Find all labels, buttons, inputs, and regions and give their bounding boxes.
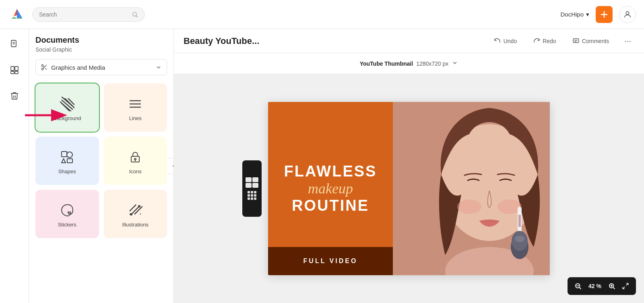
category-icon [41,64,48,71]
svg-line-42 [140,214,141,214]
svg-point-5 [626,11,629,14]
zoom-value-label: 42 % [586,283,604,289]
grid-item-lines[interactable]: Lines [104,83,167,132]
size-dimensions-label: 1280x720 px [416,60,448,67]
illustrations-label: Illustrations [122,222,149,228]
svg-line-41 [130,214,130,214]
svg-point-1 [132,12,136,16]
workspace-label: DocHipo [560,11,584,18]
svg-marker-31 [62,159,66,163]
icons-icon [128,150,142,164]
svg-rect-52 [518,215,521,227]
svg-line-63 [613,287,615,289]
grid-item-shapes[interactable]: Shapes [35,137,99,185]
canvas-full-video-text: FULL VIDEO [303,257,358,265]
search-icon [132,11,138,18]
doc-title: Beauty YouTube... [184,36,259,46]
svg-rect-9 [11,66,14,71]
svg-rect-30 [62,152,67,157]
svg-rect-43 [573,39,579,43]
grid-item-icons[interactable]: Icons [104,137,167,185]
svg-point-29 [67,152,72,158]
canvas-headline-routine: ROUTINE [292,197,369,214]
phone-grid-cell [252,177,258,182]
phone-grid-cell [252,183,258,188]
rail-documents[interactable] [4,34,25,55]
main-layout: Documents Social Graphic Graphics and Me… [0,29,644,303]
size-bar: YouTube Thumbnail 1280x720 px [174,53,644,74]
sidebar-panel: Documents Social Graphic Graphics and Me… [29,29,174,303]
svg-rect-11 [11,71,14,74]
zoom-in-button[interactable] [606,280,617,292]
fullscreen-button[interactable] [620,280,631,292]
user-avatar[interactable] [619,6,636,23]
rail-pages[interactable] [4,60,25,81]
undo-label: Undo [504,38,517,44]
svg-point-15 [41,64,43,66]
svg-line-18 [45,68,47,70]
phone-dots [248,191,256,200]
logo[interactable] [8,6,26,23]
svg-line-19 [43,66,44,67]
shapes-icon [60,150,74,164]
illustrations-icon [128,203,142,218]
icon-rail [0,29,29,303]
icons-label: Icons [129,168,142,174]
svg-point-40 [138,205,140,207]
stickers-icon [60,203,74,218]
svg-rect-10 [15,66,18,71]
canvas-wrapper: FLAWLESS makeup ROUTINE FULL VIDEO [174,74,644,303]
redo-label: Redo [543,38,556,44]
grid-item-illustrations[interactable]: Illustrations [104,190,167,238]
size-dropdown[interactable] [452,60,458,68]
chevron-down-icon [155,64,162,71]
more-options-button[interactable]: ··· [621,35,634,47]
chevron-down-icon: ▾ [586,11,589,18]
svg-rect-32 [67,159,72,163]
canvas-full-video-bar: FULL VIDEO [268,247,393,275]
svg-point-49 [457,199,481,214]
svg-point-39 [130,214,132,215]
comments-label: Comments [582,38,609,44]
canvas-photo [393,102,550,275]
zoom-out-button[interactable] [572,280,584,292]
comments-button[interactable]: Comments [568,35,613,47]
sidebar-collapse-handle[interactable] [168,158,174,174]
phone-widget[interactable] [242,160,262,217]
svg-line-65 [623,287,625,289]
design-canvas[interactable]: FLAWLESS makeup ROUTINE FULL VIDEO [268,102,550,275]
grid-item-stickers[interactable]: Stickers [35,190,99,238]
lines-label: Lines [129,115,142,121]
svg-point-34 [134,158,136,160]
size-name-label: YouTube Thumbnail [360,60,413,67]
workspace-selector[interactable]: DocHipo ▾ [560,11,589,18]
search-bar[interactable] [32,7,145,22]
svg-line-59 [579,287,581,289]
navbar: DocHipo ▾ [0,0,644,29]
media-grid: Background Lines Shapes [35,83,167,238]
search-input[interactable] [39,11,128,18]
svg-rect-6 [11,40,16,47]
category-selector[interactable]: Graphics and Media [35,59,167,75]
phone-grid-cell [246,177,252,182]
woman-svg [393,102,550,275]
canvas-headline-makeup: makeup [308,180,353,197]
background-icon [60,97,74,111]
add-button[interactable] [596,6,613,23]
redo-icon [533,37,540,45]
canvas-headline-flawless: FLAWLESS [284,163,377,180]
undo-button[interactable]: Undo [490,35,521,47]
lines-icon [128,97,142,111]
rail-delete[interactable] [4,85,25,106]
comments-icon [572,37,580,45]
svg-line-2 [136,16,138,17]
navbar-right: DocHipo ▾ [560,6,636,23]
redo-button[interactable]: Redo [529,35,560,47]
undo-icon [494,37,501,45]
canvas-area: Beauty YouTube... Undo Redo [174,29,644,303]
canvas-toolbar: Beauty YouTube... Undo Redo [174,29,644,53]
phone-grid-cell [246,183,252,188]
category-label: Graphics and Media [51,64,105,71]
svg-line-64 [626,283,628,285]
grid-item-background[interactable]: Background [35,83,99,132]
